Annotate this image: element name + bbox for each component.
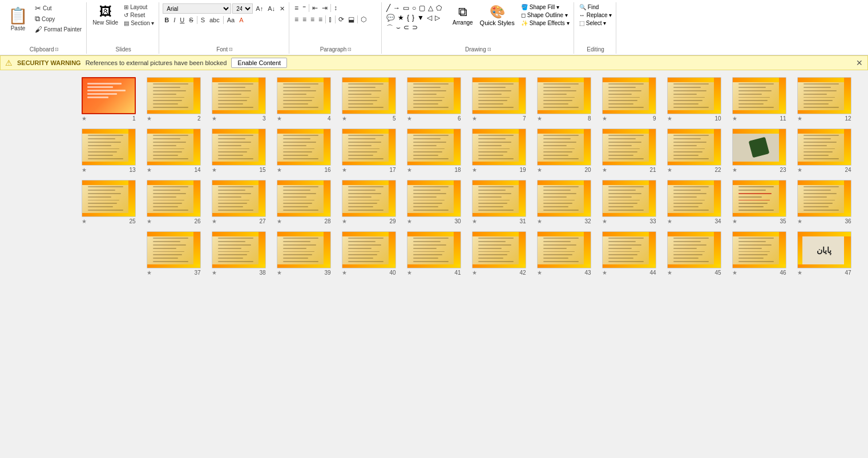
font-case-button[interactable]: Aa [225,16,236,24]
slide-thumb-27[interactable] [212,180,266,217]
slide-thumb-5[interactable] [342,77,396,114]
arrange-button[interactable]: ⧉ Arrange [450,3,475,27]
bullets-button[interactable]: ≡ [293,3,300,13]
slide-thumb-45[interactable] [667,231,721,268]
font-expand-icon[interactable]: ⊡ [229,47,233,52]
shape-custom3[interactable]: ⌒ [385,23,394,34]
shape-fill-arrow[interactable]: ▾ [556,4,559,10]
shape-arrow[interactable]: → [392,3,401,13]
font-name-select[interactable]: Arial [163,3,231,14]
shape-custom5[interactable]: ⊂ [402,23,410,34]
paragraph-expand-icon[interactable]: ⊡ [348,47,352,52]
align-right-button[interactable]: ≡ [293,15,300,24]
slide-thumb-28[interactable] [277,180,331,217]
slide-thumb-17[interactable] [342,128,396,166]
decrease-font-button[interactable]: A↓ [266,5,277,13]
shape-effects-button[interactable]: ✨ Shape Effects ▾ [519,19,571,27]
shape-custom4[interactable]: ⌣ [395,23,402,34]
slide-thumb-42[interactable] [472,231,526,268]
shape-fill-button[interactable]: 🪣 Shape Fill ▾ [519,3,571,11]
paste-button[interactable]: 📋 Paste [5,3,31,34]
enable-content-button[interactable]: Enable Content [231,58,287,68]
shape-outline-button[interactable]: ◻ Shape Outline ▾ [519,11,571,19]
slide-thumb-19[interactable] [472,128,526,166]
format-painter-button[interactable]: 🖌 Format Painter [33,25,84,34]
slide-thumb-46[interactable] [732,231,786,268]
shape-rect[interactable]: ▭ [402,3,410,13]
slide-thumb-25[interactable] [82,180,136,217]
slide-thumb-47[interactable]: پایان [797,231,851,268]
layout-button[interactable]: ⊞ Layout [122,3,156,11]
slide-thumb-32[interactable] [537,180,591,217]
slide-thumb-38[interactable] [212,231,266,268]
increase-font-button[interactable]: A↑ [254,5,265,13]
strikethrough2-button[interactable]: abc [208,16,221,24]
justify-button[interactable]: ≡ [317,15,324,24]
slide-thumb-10[interactable] [667,77,721,114]
slide-thumb-16[interactable] [277,128,331,166]
slide-thumb-9[interactable] [602,77,656,114]
clipboard-expand-icon[interactable]: ⊡ [55,47,59,52]
shape-more[interactable]: ▼ [416,13,425,22]
slide-thumb-24[interactable] [797,128,851,166]
slide-thumb-23[interactable] [732,128,786,166]
slide-thumb-36[interactable] [797,180,851,217]
slide-thumb-14[interactable] [147,128,201,166]
slide-thumb-7[interactable] [472,77,526,114]
find-button[interactable]: 🔍 Find [578,3,613,11]
select-button[interactable]: ⬚ Select ▾ [578,19,613,27]
align-text-button[interactable]: ⬓ [346,15,356,24]
align-left-button[interactable]: ≡ [309,15,316,24]
shape-outline-arrow[interactable]: ▾ [565,12,568,18]
slide-thumb-1[interactable] [82,77,136,114]
reset-button[interactable]: ↺ Reset [122,11,156,19]
slide-thumb-40[interactable] [342,231,396,268]
clear-formatting-button[interactable]: ✕ [278,5,286,13]
font-color-button[interactable]: A [237,16,245,24]
slide-thumb-41[interactable] [407,231,461,268]
slide-thumb-8[interactable] [537,77,591,114]
cut-button[interactable]: ✂ Cut [33,3,84,13]
text-direction-button[interactable]: ⟳ [337,15,346,24]
section-button[interactable]: ▤ Section ▾ [122,19,156,27]
decrease-indent-button[interactable]: ⇤ [310,3,320,13]
shape-star[interactable]: ★ [397,13,405,22]
numbering-button[interactable]: ⁼ [301,3,308,13]
italic-button[interactable]: I [172,16,177,24]
slide-thumb-15[interactable] [212,128,266,166]
underline-button[interactable]: U [178,16,186,24]
shape-pentagon[interactable]: ⬠ [435,3,443,13]
slide-thumb-39[interactable] [277,231,331,268]
slide-thumb-37[interactable] [147,231,201,268]
slide-thumb-18[interactable] [407,128,461,166]
line-spacing-button[interactable]: ↕ [332,3,339,13]
shape-custom2[interactable]: ▷ [434,13,441,22]
shape-triangle[interactable]: △ [427,3,434,13]
slide-thumb-26[interactable] [147,180,201,217]
slide-thumb-6[interactable] [407,77,461,114]
shape-rounded-rect[interactable]: ▢ [418,3,426,13]
slide-thumb-11[interactable] [732,77,786,114]
shape-bracket[interactable]: { [406,13,410,22]
align-center-button[interactable]: ≡ [301,15,308,24]
slide-thumb-29[interactable] [342,180,396,217]
slide-thumb-43[interactable] [537,231,591,268]
copy-button[interactable]: ⧉ Copy [33,14,84,24]
smartart-button[interactable]: ⬡ [359,15,368,24]
slide-thumb-20[interactable] [537,128,591,166]
shape-custom6[interactable]: ⊃ [411,23,419,34]
slide-thumb-35[interactable] [732,180,786,217]
shape-brace[interactable]: } [411,13,415,22]
columns-button[interactable]: ⫿ [327,15,334,24]
slide-thumb-4[interactable] [277,77,331,114]
slide-thumb-44[interactable] [602,231,656,268]
font-size-select[interactable]: 24 [232,3,253,14]
slide-thumb-31[interactable] [472,180,526,217]
quick-styles-button[interactable]: 🎨 Quick Styles [478,3,517,27]
new-slide-button[interactable]: 🖼 New Slide [90,3,120,27]
slide-thumb-33[interactable] [602,180,656,217]
increase-indent-button[interactable]: ⇥ [320,3,329,13]
slide-thumb-13[interactable] [82,128,136,166]
shape-line[interactable]: ╱ [385,3,391,13]
bold-button[interactable]: B [163,16,171,24]
